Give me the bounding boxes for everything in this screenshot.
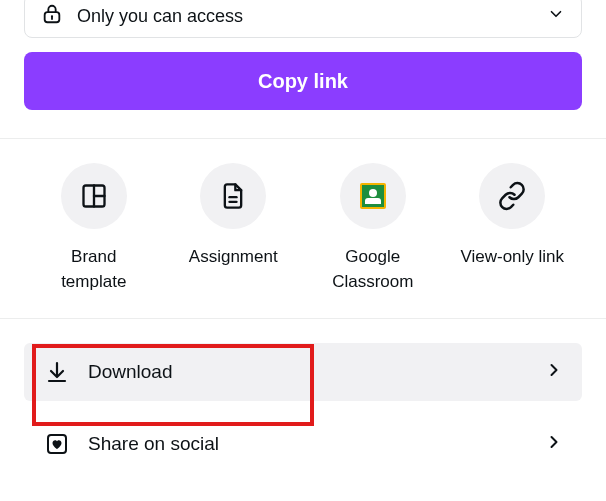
heart-icon [42, 432, 72, 456]
download-icon [42, 360, 72, 384]
share-options-row: Brandtemplate Assignment GoogleClassroom… [0, 139, 606, 294]
assignment-icon [200, 163, 266, 229]
download-row[interactable]: Download [24, 343, 582, 401]
assignment-label: Assignment [164, 245, 304, 270]
brand-template-icon [61, 163, 127, 229]
chevron-right-icon [544, 360, 564, 384]
chevron-down-icon [547, 5, 565, 27]
access-dropdown[interactable]: Only you can access [24, 0, 582, 38]
google-classroom-label: GoogleClassroom [303, 245, 443, 294]
chevron-right-icon [544, 432, 564, 456]
copy-link-button[interactable]: Copy link [24, 52, 582, 110]
view-only-link-option[interactable]: View-only link [443, 163, 583, 294]
assignment-option[interactable]: Assignment [164, 163, 304, 294]
lock-icon [41, 3, 63, 29]
access-label: Only you can access [77, 6, 547, 27]
share-on-social-row[interactable]: Share on social [24, 415, 582, 473]
brand-template-label: Brandtemplate [24, 245, 164, 294]
brand-template-option[interactable]: Brandtemplate [24, 163, 164, 294]
copy-link-label: Copy link [258, 70, 348, 92]
link-icon [479, 163, 545, 229]
google-classroom-icon [340, 163, 406, 229]
google-classroom-option[interactable]: GoogleClassroom [303, 163, 443, 294]
view-only-link-label: View-only link [443, 245, 583, 270]
actions-list: Download Share on social [0, 318, 606, 473]
download-label: Download [88, 361, 544, 383]
share-on-social-label: Share on social [88, 433, 544, 455]
